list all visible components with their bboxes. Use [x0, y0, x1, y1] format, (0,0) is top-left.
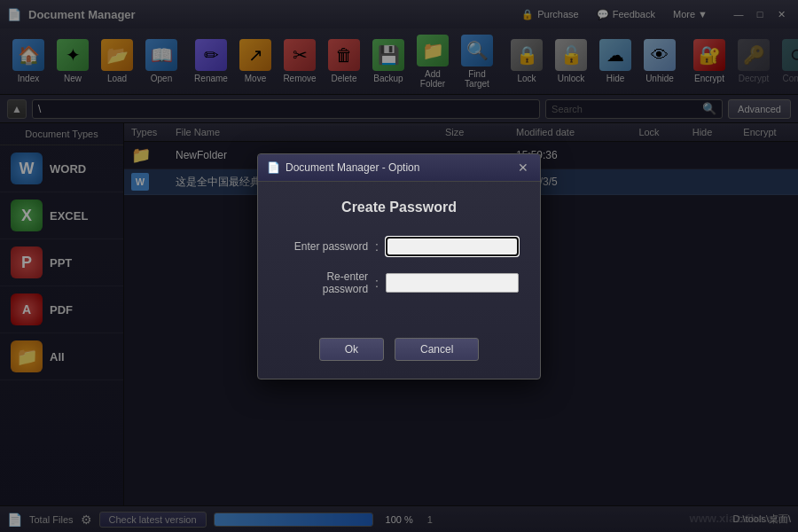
modal-close-button[interactable]: ✕	[515, 160, 531, 176]
modal-dialog: 📄 Document Manager - Option ✕ Create Pas…	[257, 153, 541, 379]
modal-body: Create Password Enter password : Re-ente…	[258, 182, 540, 327]
modal-title: Document Manager - Option	[286, 161, 419, 174]
reenter-password-input[interactable]	[386, 273, 519, 293]
modal-overlay: 📄 Document Manager - Option ✕ Create Pas…	[0, 0, 798, 532]
enter-password-label: Enter password	[279, 240, 368, 253]
password-field: Enter password :	[279, 237, 519, 256]
reenter-password-label: Re-enter password	[279, 270, 368, 295]
reenter-password-sep: :	[375, 276, 379, 290]
modal-footer: Ok Cancel	[258, 327, 540, 379]
modal-title-left: 📄 Document Manager - Option	[267, 161, 419, 174]
enter-password-input[interactable]	[386, 237, 519, 256]
reenter-password-field: Re-enter password :	[279, 270, 519, 295]
modal-title-icon: 📄	[267, 161, 280, 174]
modal-heading: Create Password	[279, 200, 519, 215]
modal-title-bar: 📄 Document Manager - Option ✕	[258, 154, 540, 182]
cancel-button[interactable]: Cancel	[395, 338, 479, 361]
enter-password-sep: :	[375, 239, 379, 254]
ok-button[interactable]: Ok	[319, 338, 384, 361]
